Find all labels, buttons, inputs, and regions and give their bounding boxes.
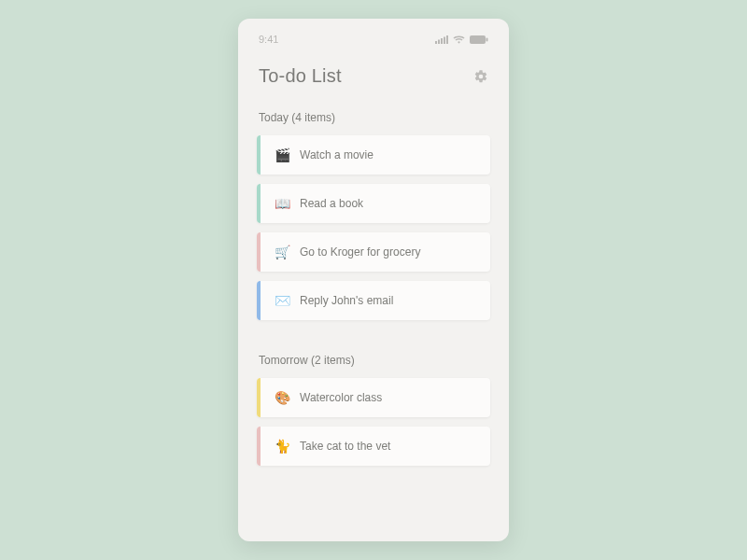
- category-stripe: [257, 135, 261, 175]
- svg-rect-1: [438, 39, 440, 44]
- svg-point-5: [458, 41, 459, 43]
- status-time: 9:41: [259, 34, 278, 45]
- cart-icon: 🛒: [268, 245, 296, 259]
- todo-card[interactable]: 📖 Read a book: [257, 184, 490, 223]
- palette-icon: 🎨: [268, 390, 296, 405]
- svg-rect-0: [435, 41, 437, 44]
- svg-rect-6: [470, 35, 486, 44]
- category-stripe: [257, 427, 261, 466]
- gear-icon: [473, 69, 488, 84]
- page-title: To-do List: [259, 65, 342, 87]
- section-label: Tomorrow (2 items): [259, 354, 490, 367]
- status-bar: 9:41: [257, 34, 490, 45]
- category-stripe: [257, 281, 261, 320]
- todo-text: Go to Kroger for grocery: [300, 245, 420, 259]
- todo-text: Watercolor class: [300, 391, 382, 404]
- section-tomorrow: Tomorrow (2 items) 🎨 Watercolor class 🐈 …: [257, 354, 490, 475]
- category-stripe: [257, 232, 261, 272]
- settings-button[interactable]: [473, 69, 488, 84]
- svg-rect-7: [486, 37, 488, 41]
- todo-card[interactable]: 🎬 Watch a movie: [257, 135, 490, 175]
- category-stripe: [257, 184, 261, 223]
- book-icon: 📖: [268, 196, 296, 211]
- todo-text: Read a book: [300, 197, 363, 210]
- section-label: Today (4 items): [259, 111, 490, 124]
- todo-card[interactable]: 🎨 Watercolor class: [257, 378, 490, 417]
- todo-card[interactable]: 🛒 Go to Kroger for grocery: [257, 232, 490, 272]
- todo-text: Take cat to the vet: [300, 440, 390, 453]
- signal-icon: [435, 35, 448, 44]
- clapperboard-icon: 🎬: [268, 147, 296, 162]
- envelope-icon: ✉️: [268, 293, 296, 308]
- svg-rect-3: [444, 36, 445, 44]
- todo-card[interactable]: 🐈 Take cat to the vet: [257, 427, 490, 466]
- phone-frame: 9:41 To-do List Today (4 items) 🎬 Wat: [238, 19, 509, 541]
- wifi-icon: [453, 35, 465, 44]
- status-icons: [435, 35, 488, 44]
- header: To-do List: [257, 65, 490, 87]
- section-today: Today (4 items) 🎬 Watch a movie 📖 Read a…: [257, 111, 490, 329]
- battery-icon: [470, 35, 488, 44]
- svg-rect-4: [446, 35, 448, 44]
- todo-text: Reply John's email: [300, 294, 393, 307]
- svg-rect-2: [441, 38, 443, 44]
- todo-card[interactable]: ✉️ Reply John's email: [257, 281, 490, 320]
- cat-icon: 🐈: [268, 439, 296, 454]
- todo-text: Watch a movie: [300, 148, 374, 161]
- category-stripe: [257, 378, 261, 417]
